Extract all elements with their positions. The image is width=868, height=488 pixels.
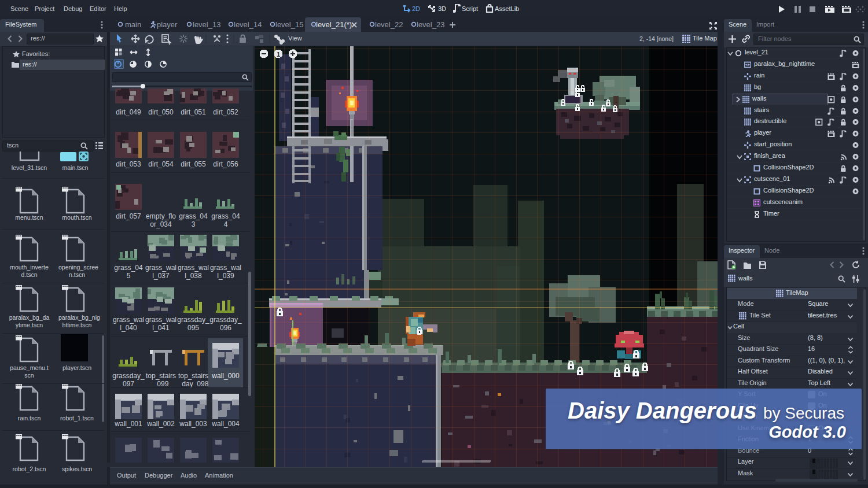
- svg-text:1: 1: [277, 51, 280, 58]
